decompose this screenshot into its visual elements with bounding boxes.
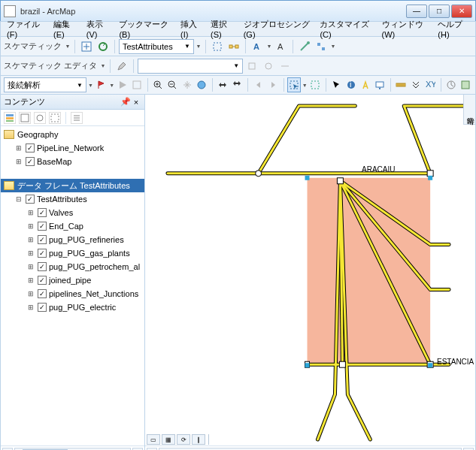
refresh-button[interactable]: ⟳ xyxy=(177,434,190,445)
layout-view-tab[interactable]: ▦ xyxy=(162,434,175,445)
map-hscrollbar[interactable]: ◀ ▶ xyxy=(145,445,475,450)
editor-aux-2[interactable] xyxy=(261,59,276,74)
layer-checkbox[interactable]: ✓ xyxy=(38,222,47,231)
maximize-button[interactable]: □ xyxy=(429,5,450,18)
layer-group-testattributes[interactable]: ⊟ ✓ TestAttributes xyxy=(1,192,144,206)
menu-geoprocessing[interactable]: ジオプロセシング(G) xyxy=(241,17,314,41)
close-button[interactable]: ✕ xyxy=(451,5,472,18)
layer-basemap[interactable]: ⊞ ✓ BaseMap xyxy=(1,155,144,168)
expand-icon[interactable]: ⊞ xyxy=(26,209,35,216)
layout-button[interactable] xyxy=(226,39,241,54)
expand-icon[interactable]: ⊞ xyxy=(26,263,35,270)
dropdown-icon[interactable]: ▼ xyxy=(196,44,202,49)
layer-pug-gas-plants[interactable]: ⊞✓pug_PUG_gas_plants xyxy=(1,246,144,260)
layer-pug-refineries[interactable]: ⊞✓pug_PUG_refineries xyxy=(1,233,144,246)
viewer-window-button[interactable] xyxy=(459,77,472,92)
find-button[interactable] xyxy=(409,77,422,92)
toc-list-selection[interactable] xyxy=(49,112,61,124)
menu-edit[interactable]: 編集(E) xyxy=(50,17,80,41)
layer-pipelines-junctions[interactable]: ⊞✓pipelines_Net_Junctions xyxy=(1,287,144,301)
layer-pug-petrochem[interactable]: ⊞✓pug_PUG_petrochem_al xyxy=(1,260,144,273)
menu-insert[interactable]: 挿入(I) xyxy=(177,17,205,41)
select-features-button[interactable] xyxy=(287,77,300,92)
expand-icon[interactable]: ⊞ xyxy=(26,304,35,311)
layer-checkbox[interactable]: ✓ xyxy=(38,208,47,217)
menu-select[interactable]: 選択(S) xyxy=(208,17,238,41)
dropdown-icon[interactable]: ▼ xyxy=(330,44,336,49)
tool-a-button[interactable] xyxy=(297,39,312,54)
menu-window[interactable]: ウィンドウ(W) xyxy=(379,17,432,41)
pause-drawing-button[interactable]: ∥ xyxy=(192,434,205,445)
solve-button[interactable] xyxy=(116,77,129,92)
layer-pipeline-network[interactable]: ⊞ ✓ PipeLine_Network xyxy=(1,141,144,155)
fixed-zoom-out-button[interactable] xyxy=(231,77,244,92)
menu-file[interactable]: ファイル(F) xyxy=(4,17,47,41)
dropdown-icon[interactable]: ▼ xyxy=(266,44,272,49)
expand-icon[interactable]: ⊞ xyxy=(26,290,35,297)
text-button[interactable]: A xyxy=(274,39,289,54)
save-edits-button[interactable]: A xyxy=(250,39,265,54)
data-view-tab[interactable]: ▭ xyxy=(147,434,160,445)
editor-aux-3[interactable] xyxy=(277,59,293,74)
layer-checkbox[interactable]: ✓ xyxy=(38,235,47,244)
zoom-out-button[interactable] xyxy=(166,77,179,92)
layer-valves[interactable]: ⊞✓Valves xyxy=(1,206,144,219)
propagate-select-button[interactable] xyxy=(210,39,225,54)
html-popup-button[interactable] xyxy=(374,77,387,92)
toc-options[interactable] xyxy=(71,112,83,124)
dataframe-testattributes[interactable]: データ フレーム TestAttributes xyxy=(1,179,144,192)
toc-hscrollbar[interactable]: ◀ ▶ xyxy=(1,445,144,450)
toc-list-drawing-order[interactable] xyxy=(4,112,16,124)
dropdown-icon[interactable]: ▼ xyxy=(65,44,71,49)
toc-tree[interactable]: Geography ⊞ ✓ PipeLine_Network ⊞ ✓ BaseM… xyxy=(1,126,144,445)
expand-icon[interactable]: ⊞ xyxy=(14,158,23,165)
collapse-icon[interactable]: ⊟ xyxy=(14,195,23,203)
menu-help[interactable]: ヘルプ(H) xyxy=(435,17,472,41)
editor-aux-1[interactable] xyxy=(244,59,259,74)
scroll-track[interactable] xyxy=(159,448,462,451)
scroll-left-icon[interactable]: ◀ xyxy=(147,448,157,451)
pan-button[interactable] xyxy=(180,77,193,92)
layer-joined-pipe[interactable]: ⊞✓joined_pipe xyxy=(1,273,144,287)
layer-checkbox[interactable]: ✓ xyxy=(26,195,35,204)
scroll-right-icon[interactable]: ▶ xyxy=(132,448,143,451)
layer-checkbox[interactable]: ✓ xyxy=(38,249,47,258)
scroll-left-icon[interactable]: ◀ xyxy=(2,448,13,451)
dropdown-icon[interactable]: ▼ xyxy=(100,63,106,68)
expand-icon[interactable]: ⊞ xyxy=(14,144,23,152)
clear-selection-button[interactable] xyxy=(309,77,322,92)
network-analyst-select[interactable]: 接続解析 ▼ xyxy=(4,77,86,92)
measure-button[interactable] xyxy=(395,77,408,92)
layer-checkbox[interactable]: ✓ xyxy=(38,303,47,312)
flag-tool-button[interactable] xyxy=(95,77,108,92)
toc-list-visibility[interactable] xyxy=(34,112,46,124)
scroll-track[interactable] xyxy=(14,448,131,451)
full-extent-button[interactable] xyxy=(195,77,208,92)
minimize-button[interactable]: — xyxy=(406,5,427,18)
layer-checkbox[interactable]: ✓ xyxy=(26,143,35,153)
dropdown-icon[interactable]: ▼ xyxy=(88,83,93,88)
edit-tool-button[interactable] xyxy=(114,59,129,74)
layer-checkbox[interactable]: ✓ xyxy=(38,262,47,271)
menu-view[interactable]: 表示(V) xyxy=(83,17,114,41)
expand-icon[interactable]: ⊞ xyxy=(26,222,35,230)
hyperlink-button[interactable] xyxy=(359,77,371,92)
toc-list-source[interactable] xyxy=(19,112,31,124)
layer-checkbox[interactable]: ✓ xyxy=(38,276,47,285)
dropdown-icon[interactable]: ▼ xyxy=(109,83,114,88)
tool-b-button[interactable] xyxy=(314,39,329,54)
fixed-zoom-in-button[interactable] xyxy=(217,77,229,92)
schematic-layer-select[interactable]: TestAttributes ▼ xyxy=(119,39,194,54)
time-slider-button[interactable] xyxy=(444,77,457,92)
layer-checkbox[interactable]: ✓ xyxy=(26,157,35,166)
toc-close-button[interactable]: × xyxy=(131,98,141,107)
layers-button[interactable] xyxy=(130,77,143,92)
back-button[interactable] xyxy=(252,77,265,92)
dropdown-icon[interactable]: ▼ xyxy=(302,83,308,88)
go-to-xy-button[interactable]: XY xyxy=(423,77,436,92)
layer-pug-electric[interactable]: ⊞✓pug_PUG_electric xyxy=(1,301,144,314)
identify-button[interactable]: i xyxy=(344,77,357,92)
zoom-in-button[interactable] xyxy=(152,77,165,92)
forward-button[interactable] xyxy=(266,77,279,92)
layer-end-cap[interactable]: ⊞✓End_Cap xyxy=(1,219,144,233)
